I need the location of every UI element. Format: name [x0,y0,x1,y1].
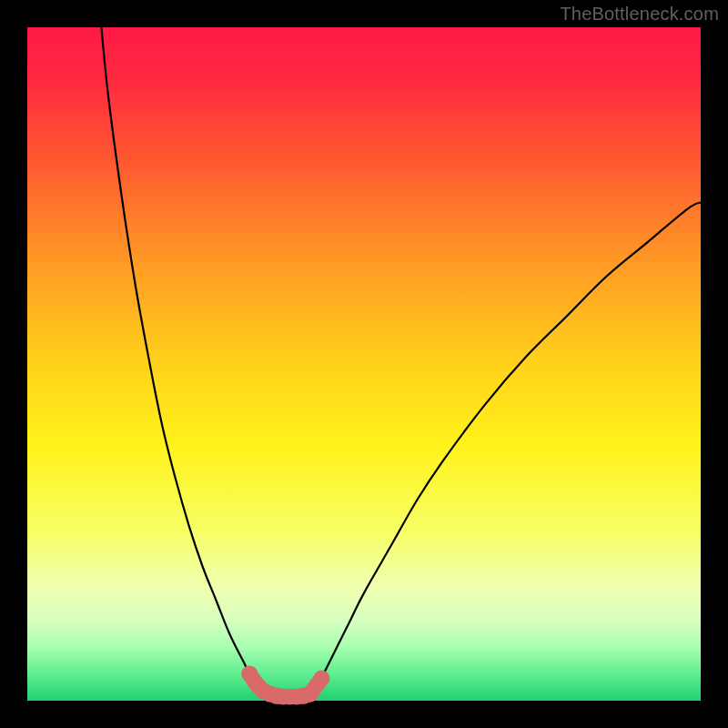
bottleneck-curve-plot [0,0,728,728]
plot-background [27,27,701,701]
watermark-text: TheBottleneck.com [560,4,719,25]
chart-container: TheBottleneck.com [0,0,728,728]
marker-dot [313,671,329,687]
marker-dot [302,686,318,703]
